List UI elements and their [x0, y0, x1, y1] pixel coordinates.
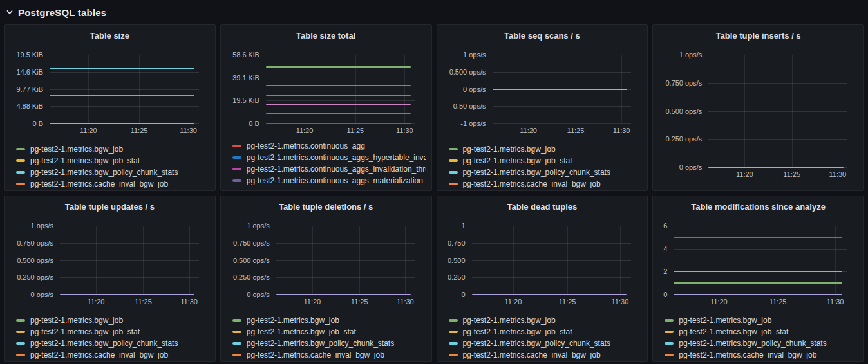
x-axis: 11:2011:2511:30	[276, 296, 415, 307]
legend-item[interactable]: pg-test2-1.metrics.bgw_policy_chunk_stat…	[449, 338, 643, 349]
grid-line-h	[493, 55, 632, 55]
grid-line-v	[744, 55, 745, 167]
y-axis: 1 ops/s0.750 ops/s0.500 ops/s0.250 ops/s…	[226, 226, 276, 295]
chart-plot[interactable]	[276, 226, 415, 295]
x-tick-label: 11:20	[88, 298, 105, 305]
panel-title[interactable]: Table modifications since analyze	[658, 200, 858, 214]
panel-title[interactable]: Table size	[10, 29, 210, 43]
chart-plot[interactable]	[708, 55, 847, 167]
y-tick-label: 6	[663, 222, 667, 230]
grid-line-h	[60, 226, 199, 226]
legend-label: pg-test2-1.metrics.bgw_job	[463, 316, 556, 325]
legend-item[interactable]: pg-test2-1.metrics.bgw_policy_chunk_stat…	[16, 167, 210, 178]
legend-item[interactable]: pg-test2-1.metrics.bgw_policy_chunk_stat…	[449, 167, 643, 178]
legend-item[interactable]: pg-test2-1.metrics.cache_inval_bgw_job	[232, 349, 426, 361]
section-header-postgresql-tables[interactable]: PostgreSQL tables	[0, 0, 868, 24]
legend: pg-test2-1.metrics.bgw_jobpg-test2-1.met…	[10, 314, 210, 361]
legend-item[interactable]: pg-test2-1.metrics.bgw_job_stat	[232, 326, 426, 338]
legend-label: pg-test2-1.metrics.cache_inval_bgw_job	[679, 350, 816, 359]
series-line	[50, 68, 194, 69]
panel-title[interactable]: Table tuple inserts / s	[658, 29, 858, 43]
y-axis: 1 ops/s0.750 ops/s0.500 ops/s0.250 ops/s…	[658, 55, 708, 167]
y-tick-label: 9.77 KiB	[16, 86, 43, 93]
legend-item[interactable]: pg-test2-1.metrics.bgw_job_stat	[16, 155, 210, 167]
chart-area: 10.7500.5000.250011:2011:2511:30	[442, 226, 643, 307]
legend-swatch	[232, 179, 241, 182]
y-tick-label: 0.500	[448, 257, 466, 264]
panel-title[interactable]: Table tuple updates / s	[10, 200, 210, 214]
legend-swatch	[665, 354, 674, 356]
legend-item[interactable]: pg-test2-1.metrics.cache_inval_bgw_job	[16, 349, 210, 361]
legend-item[interactable]: pg-test2-1.metrics.bgw_job	[665, 314, 858, 326]
legend-item[interactable]: pg-test2-1.metrics.cache_inval_bgw_job	[665, 349, 858, 361]
grid-line-h	[674, 226, 847, 226]
grid-line-h	[60, 277, 199, 278]
y-tick-label: 0.500 ops/s	[665, 107, 702, 115]
legend-item[interactable]: pg-test2-1.metrics.bgw_job	[449, 143, 643, 155]
legend-item[interactable]: pg-test2-1.metrics.bgw_job_stat	[665, 326, 858, 338]
legend-item[interactable]: pg-test2-1.metrics.continuous_aggs_mater…	[232, 175, 426, 187]
panel-title[interactable]: Table dead tuples	[442, 200, 643, 214]
chart-area: 58.6 KiB39.1 KiB19.5 KiB0 B11:2011:2511:…	[226, 55, 426, 136]
series-line	[276, 294, 411, 295]
grid-line-h	[276, 277, 415, 278]
legend-item[interactable]: pg-test2-1.metrics.bgw_job	[232, 314, 426, 326]
x-tick-label: 11:30	[396, 127, 413, 134]
legend-label: pg-test2-1.metrics.bgw_job_stat	[463, 156, 572, 165]
chart-plot[interactable]	[472, 226, 632, 295]
chart-plot[interactable]	[266, 55, 415, 123]
grid-line-v	[143, 226, 144, 295]
legend-label: pg-test2-1.metrics.bgw_job	[463, 145, 556, 154]
legend-label: pg-test2-1.metrics.continuous_agg	[247, 141, 365, 150]
chart-plot[interactable]	[674, 226, 847, 295]
legend-item[interactable]: pg-test2-1.metrics.cache_inval_bgw_job	[16, 178, 210, 190]
x-tick-label: 11:30	[613, 127, 630, 134]
legend-item[interactable]: pg-test2-1.metrics.cache_inval_bgw_job	[449, 349, 643, 361]
legend-swatch	[449, 159, 458, 162]
x-tick-label: 11:20	[303, 298, 321, 305]
panel-table-seq-scans-s: Table seq scans / s1 ops/s0.500 ops/s0 o…	[437, 24, 648, 191]
legend-item[interactable]: pg-test2-1.metrics.bgw_job	[16, 143, 210, 155]
legend-item[interactable]: pg-test2-1.metrics.continuous_aggs_hyper…	[232, 152, 426, 163]
y-axis: 1 ops/s0.500 ops/s0 ops/s-0.50 ops/s-1 o…	[442, 55, 493, 123]
panel-table-tuple-deletions-s: Table tuple deletions / s1 ops/s0.750 op…	[220, 196, 432, 362]
legend-swatch	[449, 331, 458, 333]
legend-label: pg-test2-1.metrics.continuous_aggs_mater…	[247, 176, 426, 185]
legend-item[interactable]: pg-test2-1.metrics.bgw_policy_chunk_stat…	[665, 338, 858, 349]
legend-swatch	[449, 171, 458, 174]
legend-item[interactable]: pg-test2-1.metrics.continuous_aggs_inval…	[232, 163, 426, 175]
legend-swatch	[449, 183, 458, 185]
panel-title[interactable]: Table tuple deletions / s	[226, 200, 426, 214]
legend-item[interactable]: pg-test2-1.metrics.continuous_agg	[232, 140, 426, 152]
chart-plot[interactable]	[50, 55, 199, 123]
legend-item[interactable]: pg-test2-1.metrics.bgw_job	[449, 314, 643, 326]
chart-plot[interactable]	[493, 55, 632, 123]
legend-item[interactable]: pg-test2-1.metrics.bgw_policy_chunk_stat…	[232, 338, 426, 349]
series-line	[266, 104, 411, 105]
legend-item[interactable]: pg-test2-1.metrics.bgw_job_stat	[449, 326, 643, 338]
panel-title[interactable]: Table seq scans / s	[442, 29, 643, 43]
y-tick-label: 0.250 ops/s	[233, 273, 270, 281]
grid-line-h	[493, 106, 632, 107]
y-tick-label: 1 ops/s	[463, 51, 486, 59]
grid-line-h	[472, 277, 632, 278]
legend-item[interactable]: pg-test2-1.metrics.bgw_job_stat	[449, 155, 643, 167]
legend-item[interactable]: pg-test2-1.metrics.bgw_policy_chunk_stat…	[16, 338, 210, 349]
chart-plot[interactable]	[60, 226, 199, 295]
grid-line-h	[472, 243, 632, 244]
grid-line-v	[792, 55, 793, 167]
legend-label: pg-test2-1.metrics.cache_inval_bgw_job	[30, 179, 168, 188]
panel-title[interactable]: Table size total	[226, 29, 426, 43]
legend-swatch	[232, 156, 241, 159]
x-tick-label: 11:20	[710, 298, 728, 305]
grid-line-h	[60, 260, 199, 261]
grid-line-v	[620, 226, 621, 295]
legend-label: pg-test2-1.metrics.bgw_job	[30, 145, 123, 154]
legend-label: pg-test2-1.metrics.bgw_job	[247, 316, 339, 325]
legend-item[interactable]: pg-test2-1.metrics.bgw_job_stat	[16, 326, 210, 338]
x-tick-label: 11:20	[505, 298, 522, 305]
legend-item[interactable]: pg-test2-1.metrics.cache_inval_bgw_job	[449, 178, 643, 190]
legend-item[interactable]: pg-test2-1.metrics.bgw_job	[16, 314, 210, 326]
x-tick-label: 11:20	[736, 170, 753, 178]
panel-table-tuple-inserts-s: Table tuple inserts / s1 ops/s0.750 ops/…	[652, 24, 864, 191]
